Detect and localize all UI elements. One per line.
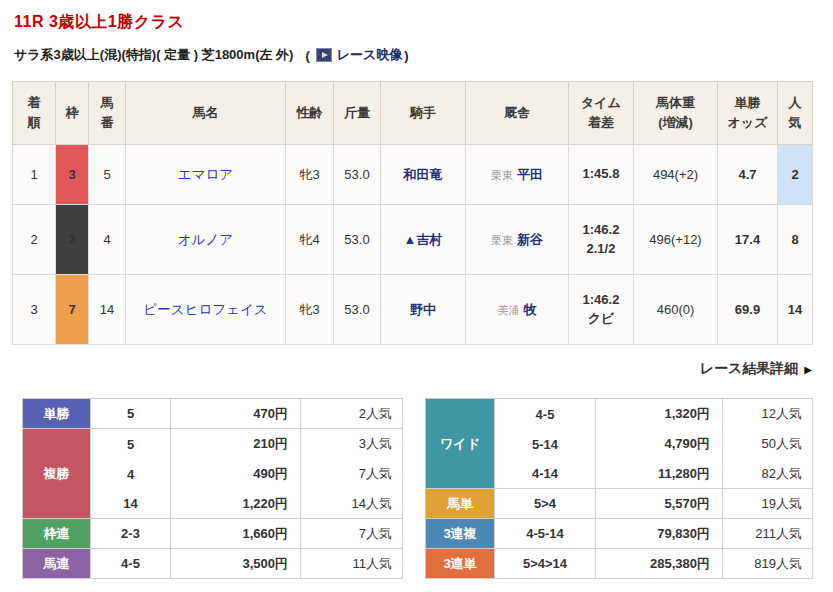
bracket-number: 3 — [56, 145, 89, 205]
horse-name-link[interactable]: エマロア — [178, 167, 233, 182]
payout-favorite: 2人気 — [301, 399, 403, 429]
payout-type-bracket-quinella: 枠連 — [23, 519, 91, 549]
col-header-horse-name: 馬名 — [126, 82, 286, 145]
payout-combo: 5-14 — [495, 429, 596, 459]
jockey-link[interactable]: ▲吉村 — [404, 232, 443, 247]
payout-type-place: 複勝 — [23, 429, 91, 519]
payout-amount: 5,570円 — [596, 489, 723, 519]
payout-favorite: 14人気 — [301, 489, 403, 519]
race-result-page: 11R 3歳以上1勝クラス サラ系3歳以上(混)(特指)( 定量 ) 芝1800… — [0, 0, 833, 587]
payout-type-win: 単勝 — [23, 399, 91, 429]
col-header-stable: 厩舎 — [466, 82, 569, 145]
finish-time: 1:46.2 — [573, 221, 629, 240]
finish-time: 1:46.2 — [573, 291, 629, 310]
payout-row-win: 単勝 5 470円 2人気 — [23, 399, 403, 429]
payout-combo: 5 — [91, 429, 171, 459]
horse-name-link[interactable]: ピースヒロフェイス — [143, 302, 267, 317]
payout-table-right: ワイド 4-5 1,320円 12人気 5-14 4,790円 50人気 4-1… — [425, 398, 813, 579]
body-weight: 496(+12) — [634, 205, 718, 275]
payout-row-bracket-quinella: 枠連 2-3 1,660円 7人気 — [23, 519, 403, 549]
payout-combo: 4-5 — [495, 399, 596, 429]
win-odds: 4.7 — [718, 145, 778, 205]
col-header-body-weight: 馬体重 (増減) — [634, 82, 718, 145]
horse-number: 5 — [89, 145, 126, 205]
body-weight: 494(+2) — [634, 145, 718, 205]
horse-name-link[interactable]: オルノア — [178, 232, 233, 247]
col-header-win-odds: 単勝 オッズ — [718, 82, 778, 145]
win-odds: 69.9 — [718, 275, 778, 345]
payout-row-place: 複勝 5 210円 3人気 — [23, 429, 403, 459]
payout-favorite: 50人気 — [723, 429, 813, 459]
payouts-section: 単勝 5 470円 2人気 複勝 5 210円 3人気 4 490円 7人気 1… — [22, 398, 821, 579]
video-open-paren: ( — [305, 48, 309, 63]
payout-combo: 4-5-14 — [495, 519, 596, 549]
payout-favorite: 11人気 — [301, 549, 403, 579]
bracket-number: 7 — [56, 275, 89, 345]
payout-favorite: 3人気 — [301, 429, 403, 459]
jockey-link[interactable]: 和田竜 — [404, 167, 443, 182]
horse-number: 14 — [89, 275, 126, 345]
video-close-paren: ) — [404, 48, 408, 63]
payout-type-trifecta: 3連単 — [426, 549, 495, 579]
bracket-number: 2 — [56, 205, 89, 275]
weight-carried: 53.0 — [334, 145, 381, 205]
finish-pos: 3 — [13, 275, 56, 345]
payout-amount: 1,320円 — [596, 399, 723, 429]
race-results-table: 着 順 枠 馬 番 馬名 性齢 斤量 騎手 厩舎 タイム 着差 馬体重 (増減)… — [12, 81, 813, 345]
payout-favorite: 7人気 — [301, 519, 403, 549]
payout-amount: 470円 — [171, 399, 301, 429]
payout-amount: 3,500円 — [171, 549, 301, 579]
result-row-3: 3 7 14 ピースヒロフェイス 牝3 53.0 野中 美浦牧 1:46.2クビ… — [13, 275, 813, 345]
col-header-sex-age: 性齢 — [286, 82, 334, 145]
trainer-link[interactable]: 牧 — [524, 302, 537, 317]
col-header-horse-num: 馬 番 — [89, 82, 126, 145]
win-odds: 17.4 — [718, 205, 778, 275]
col-header-finish-pos: 着 順 — [13, 82, 56, 145]
jockey-link[interactable]: 野中 — [410, 302, 436, 317]
body-weight: 460(0) — [634, 275, 718, 345]
payout-amount: 1,660円 — [171, 519, 301, 549]
result-row-1: 1 3 5 エマロア 牝3 53.0 和田竜 栗東平田 1:45.8 494(+… — [13, 145, 813, 205]
favorite-rank: 8 — [778, 205, 813, 275]
payout-favorite: 19人気 — [723, 489, 813, 519]
finish-pos: 2 — [13, 205, 56, 275]
trainer-link[interactable]: 平田 — [517, 167, 543, 182]
payout-row-trifecta: 3連単 5>4>14 285,380円 819人気 — [426, 549, 813, 579]
payout-type-quinella: 馬連 — [23, 549, 91, 579]
payout-favorite: 82人気 — [723, 459, 813, 489]
payout-favorite: 819人気 — [723, 549, 813, 579]
sex-age: 牝3 — [286, 145, 334, 205]
margin: クビ — [573, 310, 629, 329]
payout-type-trio: 3連複 — [426, 519, 495, 549]
payout-combo: 4-5 — [91, 549, 171, 579]
payout-row-trio: 3連複 4-5-14 79,830円 211人気 — [426, 519, 813, 549]
payout-row-wide: ワイド 4-5 1,320円 12人気 — [426, 399, 813, 429]
payout-table-left: 単勝 5 470円 2人気 複勝 5 210円 3人気 4 490円 7人気 1… — [22, 398, 403, 579]
payout-amount: 285,380円 — [596, 549, 723, 579]
payout-combo: 4-14 — [495, 459, 596, 489]
race-result-details-link[interactable]: レース結果詳細▶ — [700, 360, 812, 376]
margin: 2.1/2 — [573, 240, 629, 259]
col-header-favorite: 人 気 — [778, 82, 813, 145]
payout-amount: 490円 — [171, 459, 301, 489]
payout-favorite: 7人気 — [301, 459, 403, 489]
trainer-link[interactable]: 新谷 — [517, 232, 543, 247]
race-title: 11R 3歳以上1勝クラス — [14, 12, 821, 33]
payout-combo: 14 — [91, 489, 171, 519]
col-header-bracket: 枠 — [56, 82, 89, 145]
results-header-row: 着 順 枠 馬 番 馬名 性齢 斤量 騎手 厩舎 タイム 着差 馬体重 (増減)… — [13, 82, 813, 145]
payout-amount: 79,830円 — [596, 519, 723, 549]
sex-age: 牝3 — [286, 275, 334, 345]
payout-favorite: 12人気 — [723, 399, 813, 429]
payout-favorite: 211人気 — [723, 519, 813, 549]
payout-combo: 2-3 — [91, 519, 171, 549]
favorite-rank: 14 — [778, 275, 813, 345]
payout-combo: 4 — [91, 459, 171, 489]
weight-carried: 53.0 — [334, 205, 381, 275]
race-conditions: サラ系3歳以上(混)(特指)( 定量 ) 芝1800m(左 外) ( レース映像… — [14, 46, 821, 64]
video-play-icon[interactable] — [316, 48, 332, 62]
weight-carried: 53.0 — [334, 275, 381, 345]
race-video-link[interactable]: レース映像 — [337, 46, 403, 64]
payout-combo: 5>4 — [495, 489, 596, 519]
sex-age: 牝4 — [286, 205, 334, 275]
